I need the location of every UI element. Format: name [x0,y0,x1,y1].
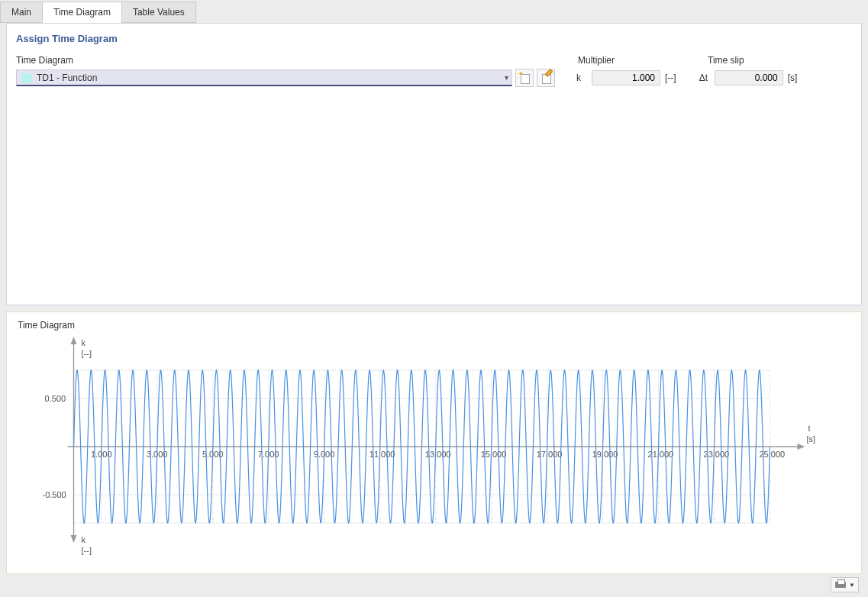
tab-bar: Main Time Diagram Table Values [0,0,868,23]
svg-text:k: k [82,535,86,544]
new-diagram-button[interactable] [515,69,534,87]
section-title: Assign Time Diagram [16,33,852,44]
label-time-diagram: Time Diagram [16,55,520,66]
assign-panel: Assign Time Diagram Time Diagram Multipl… [6,23,862,305]
footer-bar: ▼ [0,574,868,595]
svg-marker-8 [798,444,805,450]
chevron-down-icon: ▼ [849,582,855,589]
time-diagram-dropdown[interactable]: TD1 - Function ▾ [16,69,512,86]
timeslip-symbol: Δt [699,73,715,83]
chart-title: Time Diagram [18,320,850,331]
tab-table-values[interactable]: Table Values [121,2,196,23]
dropdown-selected-text: TD1 - Function [37,73,505,83]
edit-file-icon [540,73,551,83]
label-time-slip: Time slip [705,55,744,66]
edit-diagram-button[interactable] [537,69,555,87]
label-multiplier: Multiplier [575,55,705,66]
svg-text:[s]: [s] [807,434,816,444]
svg-text:-0.500: -0.500 [43,490,66,499]
multiplier-unit: [--] [665,73,676,83]
svg-text:0.500: 0.500 [45,394,66,403]
new-file-icon [519,73,530,83]
multiplier-symbol: k [576,73,592,83]
tab-main[interactable]: Main [0,2,43,23]
svg-marker-2 [71,535,77,543]
time-diagram-chart: k [--] k [--] t [s] 0.500 -0.500 1.0003.… [18,332,850,561]
svg-text:[--]: [--] [82,349,92,358]
tab-time-diagram[interactable]: Time Diagram [42,2,122,23]
svg-text:k: k [82,338,86,347]
chevron-down-icon: ▾ [505,73,508,82]
multiplier-input[interactable] [592,70,660,86]
dropdown-color-swatch [21,73,32,82]
chart-panel: Time Diagram k [--] k [--] t [s] 0.500 -… [6,311,862,574]
timeslip-input[interactable] [715,70,783,86]
svg-text:t: t [808,424,811,433]
svg-marker-1 [71,337,77,344]
printer-icon [834,579,847,590]
timeslip-unit: [s] [788,73,798,83]
svg-text:[--]: [--] [82,546,92,555]
print-button[interactable]: ▼ [831,577,859,592]
